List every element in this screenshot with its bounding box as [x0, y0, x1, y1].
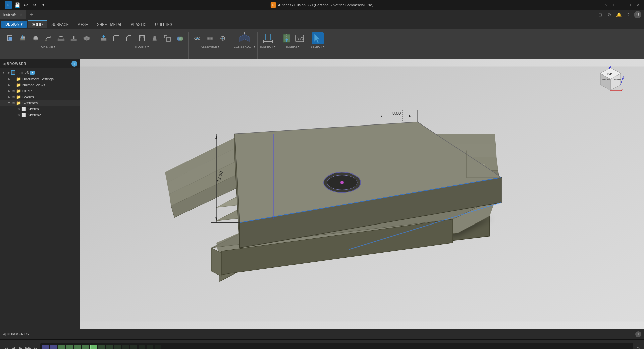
- as-built-joint-button[interactable]: [204, 32, 216, 44]
- tl-item-11[interactable]: [130, 345, 137, 349]
- insert-svg-button[interactable]: SVG: [293, 32, 306, 44]
- add-tab-button[interactable]: +: [610, 1, 617, 9]
- box-button[interactable]: [80, 32, 93, 44]
- rib-button[interactable]: [68, 32, 80, 44]
- file-tab[interactable]: instr v6* ✕: [0, 10, 26, 19]
- extensions-icon[interactable]: ⊞: [596, 11, 604, 18]
- canvas-area[interactable]: 8.00 13.00 RIGHT FRO: [80, 59, 644, 329]
- sweep-button[interactable]: [42, 32, 54, 44]
- scale-button[interactable]: [161, 32, 173, 44]
- tl-item-8[interactable]: [106, 345, 113, 349]
- tl-item-2[interactable]: [58, 345, 65, 349]
- modify-label[interactable]: MODIFY ▾: [135, 45, 149, 48]
- insert-derive-button[interactable]: [281, 32, 293, 44]
- settings-icon[interactable]: ⚙: [606, 11, 613, 18]
- combine-button[interactable]: [174, 32, 186, 44]
- browser-item-origin[interactable]: ▶ 👁 📁 Origin: [0, 88, 80, 94]
- browser-item-bodies[interactable]: ▶ 👁 📁 Bodies: [0, 94, 80, 100]
- root-visibility-eye[interactable]: 👁: [6, 70, 11, 75]
- shell-button[interactable]: [136, 32, 148, 44]
- measure-button[interactable]: [262, 32, 274, 44]
- browser-item-sketch2[interactable]: 👁 ⬜ Sketch2: [0, 112, 80, 118]
- tab-utilities[interactable]: UTILITIES: [151, 20, 176, 28]
- tl-item-14[interactable]: [155, 345, 161, 349]
- root-expand-arrow[interactable]: ▼: [1, 70, 6, 75]
- timeline-settings-icon[interactable]: ⚙: [635, 345, 641, 349]
- new-tab-button[interactable]: +: [26, 10, 36, 19]
- bodies-eye[interactable]: 👁: [11, 95, 16, 99]
- save-button[interactable]: 💾: [13, 1, 21, 9]
- tab-sheet-metal[interactable]: SHEET METAL: [93, 20, 126, 28]
- timeline-end-button[interactable]: ⏭: [32, 345, 39, 349]
- inspect-label[interactable]: INSPECT ▾: [260, 45, 276, 48]
- tl-item-3[interactable]: [66, 345, 73, 349]
- tl-item-10[interactable]: [122, 345, 129, 349]
- tl-item-1[interactable]: [50, 345, 57, 349]
- tl-item-6[interactable]: [90, 345, 97, 349]
- comments-add-button[interactable]: +: [635, 331, 641, 337]
- origin-eye[interactable]: 👁: [11, 89, 16, 93]
- create-label[interactable]: CREATE ▾: [41, 45, 56, 48]
- tl-item-13[interactable]: [147, 345, 153, 349]
- close-button[interactable]: ✕: [635, 2, 641, 8]
- undo-button[interactable]: ↩: [22, 1, 30, 9]
- help-icon[interactable]: ?: [625, 11, 632, 18]
- browser-item-doc-settings[interactable]: ▶ 👁 📁 Document Settings: [0, 76, 80, 82]
- file-tab-close[interactable]: ✕: [19, 12, 23, 17]
- doc-settings-eye[interactable]: 👁: [11, 77, 16, 81]
- tl-item-7[interactable]: [98, 345, 105, 349]
- tab-surface[interactable]: SURFACE: [47, 20, 73, 28]
- viewport[interactable]: 8.00 13.00 RIGHT FRO: [80, 59, 644, 329]
- timeline-start-button[interactable]: ⏮: [3, 345, 9, 349]
- sketch1-eye[interactable]: 👁: [17, 107, 21, 111]
- tl-item-5[interactable]: [82, 345, 89, 349]
- motion-link-button[interactable]: [217, 32, 229, 44]
- timeline-play-button[interactable]: ▶: [17, 345, 24, 349]
- timeline-back-button[interactable]: ◀: [10, 345, 17, 349]
- sketch2-eye[interactable]: 👁: [17, 113, 21, 117]
- timeline-track[interactable]: [40, 343, 633, 349]
- loft-button[interactable]: [55, 32, 67, 44]
- browser-item-sketches[interactable]: ▼ 👁 📁 Sketches: [0, 100, 80, 106]
- construct-label[interactable]: CONSTRUCT ▾: [234, 45, 255, 48]
- timeline-forward-button[interactable]: ▶▶: [25, 345, 32, 349]
- insert-label[interactable]: INSERT ▾: [286, 45, 300, 48]
- tl-item-4[interactable]: [74, 345, 81, 349]
- browser-item-named-views[interactable]: ▶ 👁 📁 Named Views: [0, 82, 80, 88]
- comments-collapse-icon[interactable]: ◀: [3, 332, 5, 336]
- named-views-arrow[interactable]: ▶: [7, 83, 11, 87]
- press-pull-button[interactable]: [98, 32, 110, 44]
- fillet-button[interactable]: [110, 32, 122, 44]
- tl-item-12[interactable]: [139, 345, 145, 349]
- restore-button[interactable]: □: [629, 2, 635, 8]
- browser-collapse-icon[interactable]: ◀: [3, 62, 5, 66]
- revolve-button[interactable]: [30, 32, 42, 44]
- sketches-eye[interactable]: 👁: [11, 101, 16, 105]
- design-dropdown-button[interactable]: DESIGN ▾: [1, 21, 27, 28]
- chamfer-button[interactable]: [123, 32, 135, 44]
- sketches-arrow[interactable]: ▼: [7, 101, 11, 105]
- redo-button[interactable]: ↪: [31, 1, 38, 9]
- origin-arrow[interactable]: ▶: [7, 89, 11, 93]
- offset-plane-button[interactable]: [238, 32, 251, 44]
- draft-button[interactable]: [149, 32, 161, 44]
- new-component-button[interactable]: [4, 32, 16, 44]
- select-label[interactable]: SELECT ▾: [311, 45, 325, 48]
- tl-item-0[interactable]: [42, 345, 49, 349]
- undo-history-button[interactable]: ▼: [40, 1, 47, 9]
- browser-root-item[interactable]: ▼ 👁 ⬛ instr v6 ●: [0, 70, 80, 76]
- named-views-eye[interactable]: 👁: [11, 83, 16, 87]
- assemble-label[interactable]: ASSEMBLE ▾: [201, 45, 219, 48]
- user-avatar[interactable]: U: [634, 11, 641, 18]
- browser-item-sketch1[interactable]: 👁 ⬜ Sketch1: [0, 106, 80, 112]
- tab-plastic[interactable]: PLASTIC: [127, 20, 150, 28]
- browser-add-button[interactable]: +: [71, 61, 77, 67]
- notifications-icon[interactable]: 🔔: [615, 11, 623, 18]
- bodies-arrow[interactable]: ▶: [7, 95, 11, 99]
- minimize-button[interactable]: ─: [622, 2, 628, 8]
- extrude-button[interactable]: [17, 32, 29, 44]
- select-button[interactable]: [312, 32, 324, 44]
- doc-settings-arrow[interactable]: ▶: [7, 77, 11, 81]
- tl-item-9[interactable]: [114, 345, 121, 349]
- joint-button[interactable]: [191, 32, 203, 44]
